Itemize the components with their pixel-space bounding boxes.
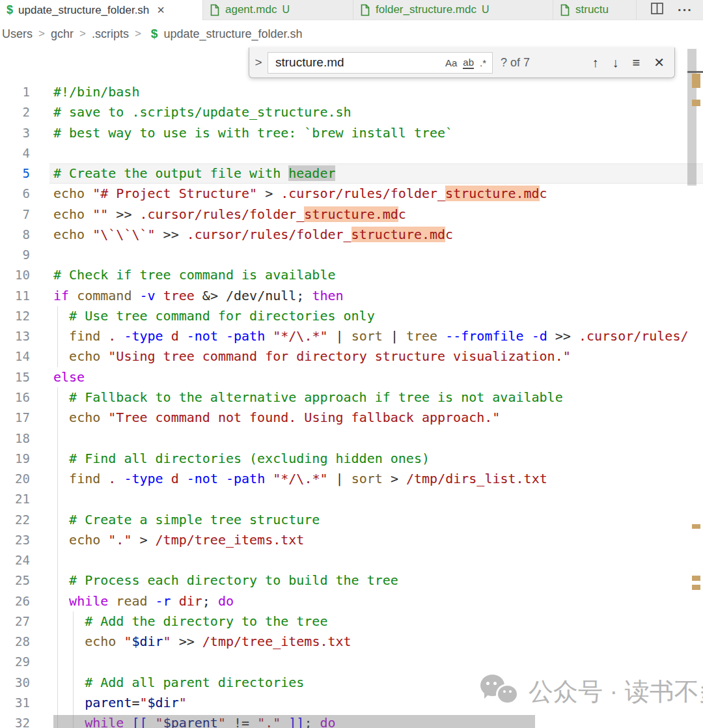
whole-word-button[interactable]: ab: [463, 57, 474, 69]
breadcrumb-item-Users[interactable]: Users: [2, 27, 33, 41]
find-input[interactable]: [268, 55, 445, 70]
code-line: 18: [0, 428, 703, 449]
match-case-button[interactable]: Aa: [445, 57, 457, 68]
code-line-text[interactable]: # Check if tree command is available: [49, 265, 703, 285]
next-match-button[interactable]: ↓: [613, 55, 619, 70]
code-line-text[interactable]: echo "." > /tmp/tree_items.txt: [49, 530, 703, 550]
breadcrumb-file[interactable]: update_structure_folder.sh: [163, 27, 302, 41]
code-line: 23 echo "." > /tmp/tree_items.txt: [0, 530, 703, 550]
code-line-text[interactable]: [49, 143, 703, 163]
code-line-text[interactable]: # Find all directories (excluding hidden…: [49, 449, 703, 469]
code-line-text[interactable]: while read -r dir; do: [49, 591, 703, 611]
code-line-text[interactable]: # best way to use is with tree: `brew in…: [49, 123, 703, 143]
tab-label: structu: [575, 3, 609, 16]
tab-structu[interactable]: structu: [553, 0, 637, 20]
shellscript-icon: $: [151, 27, 158, 41]
code-line-text[interactable]: echo "Tree command not found. Using fall…: [49, 408, 703, 428]
modified-badge: U: [282, 4, 290, 16]
line-number: 14: [0, 346, 30, 367]
code-line-text[interactable]: # Add the directory to the tree: [49, 611, 703, 632]
code-line-text[interactable]: echo "# Project Structure" > .cursor/rul…: [49, 184, 703, 204]
code-line-text[interactable]: # save to .scripts/update_structure.sh: [49, 102, 703, 122]
file-icon: [360, 4, 370, 16]
line-number: 30: [0, 673, 30, 693]
line-number: 13: [0, 326, 30, 346]
code-line: 26 while read -r dir; do: [0, 591, 703, 611]
line-number: 23: [0, 530, 30, 550]
code-line: 14 echo "Using tree command for director…: [0, 346, 703, 367]
code-line: 19 # Find all directories (excluding hid…: [0, 449, 703, 469]
code-line-text[interactable]: # Fallback to the alternative approach i…: [49, 387, 703, 408]
breadcrumb-separator: >: [38, 27, 45, 40]
watermark-text: 公众号 · 读书不多: [529, 675, 703, 708]
more-actions-icon[interactable]: ···: [678, 7, 693, 13]
file-icon: [560, 4, 570, 16]
line-number: 24: [0, 550, 30, 570]
close-find-button[interactable]: ✕: [654, 55, 665, 70]
code-line: 17 echo "Tree command not found. Using f…: [0, 408, 703, 428]
line-number: 26: [0, 591, 30, 611]
breadcrumb-item-gchr[interactable]: gchr: [51, 27, 74, 41]
code-line-text[interactable]: else: [49, 367, 703, 387]
find-match-marker: [692, 585, 700, 590]
find-input-box: Aa ab .*: [268, 52, 493, 74]
line-number: 4: [0, 143, 30, 163]
line-number: 18: [0, 428, 30, 449]
code-line: 28 echo "$dir" >> /tmp/tree_items.txt: [0, 632, 703, 652]
code-line-text[interactable]: [49, 428, 703, 449]
code-line-text[interactable]: # Create a simple tree structure: [49, 510, 703, 530]
code-line: 3# best way to use is with tree: `brew i…: [0, 123, 703, 143]
tab-label: folder_structure.mdc: [376, 3, 476, 16]
code-line-text[interactable]: echo "Using tree command for directory s…: [49, 346, 703, 367]
code-line-text[interactable]: find . -type d -not -path "*/\.*" | sort…: [49, 469, 703, 489]
code-line-text[interactable]: #!/bin/bash: [49, 82, 703, 102]
tab-label: agent.mdc: [225, 3, 277, 16]
line-number: 1: [0, 82, 30, 102]
code-editor[interactable]: 1#!/bin/bash2# save to .scripts/update_s…: [0, 48, 703, 728]
line-number: 15: [0, 367, 30, 387]
tab-update_structure_folder.sh[interactable]: $update_structure_folder.sh×: [0, 0, 203, 20]
find-match-marker: [692, 74, 700, 88]
code-line-text[interactable]: [49, 652, 703, 672]
toggle-replace-button[interactable]: >: [249, 55, 268, 70]
vertical-scrollbar[interactable]: [687, 49, 696, 186]
close-icon[interactable]: ×: [157, 3, 165, 18]
find-results-count: ? of 7: [501, 56, 530, 70]
line-number: 6: [0, 184, 30, 204]
code-line-text[interactable]: [49, 550, 703, 570]
code-line-text[interactable]: echo "" >> .cursor/rules/folder_structur…: [49, 204, 703, 225]
line-number: 22: [0, 510, 30, 530]
code-line: 4: [0, 143, 703, 163]
code-line-text[interactable]: [49, 489, 703, 509]
breadcrumb-item-.scripts[interactable]: .scripts: [92, 27, 129, 41]
modified-badge: U: [482, 4, 489, 16]
line-number: 10: [0, 265, 30, 285]
code-line-text[interactable]: # Create the output file with header: [49, 163, 703, 184]
code-line: 8echo "\`\`\`" >> .cursor/rules/folder_s…: [0, 225, 703, 245]
code-line: 7echo "" >> .cursor/rules/folder_structu…: [0, 204, 703, 225]
code-line-text[interactable]: find . -type d -not -path "*/\.*" | sort…: [49, 326, 703, 346]
editor-actions: ···: [641, 0, 703, 20]
code-line: 9: [0, 245, 703, 265]
indent-guide: [57, 306, 58, 367]
code-line-text[interactable]: [49, 245, 703, 265]
code-line-text[interactable]: echo "$dir" >> /tmp/tree_items.txt: [49, 632, 703, 652]
code-line: 16 # Fallback to the alternative approac…: [0, 387, 703, 408]
horizontal-scrollbar[interactable]: [53, 715, 535, 728]
code-line: 25 # Process each directory to build the…: [0, 570, 703, 591]
tab-agent.mdc[interactable]: agent.mdcU: [203, 0, 353, 20]
regex-button[interactable]: .*: [480, 57, 486, 68]
tab-folder_structure.mdc[interactable]: folder_structure.mdcU: [353, 0, 553, 20]
code-line-text[interactable]: if command -v tree &> /dev/null; then: [49, 286, 703, 306]
line-number: 3: [0, 123, 30, 143]
code-line: 1#!/bin/bash: [0, 82, 703, 102]
find-in-selection-button[interactable]: ≡: [633, 55, 641, 70]
split-editor-icon[interactable]: [651, 3, 663, 17]
code-line-text[interactable]: # Use tree command for directories only: [49, 306, 703, 326]
tab-label: update_structure_folder.sh: [18, 4, 149, 17]
code-line-text[interactable]: # Process each directory to build the tr…: [49, 570, 703, 591]
code-line-text[interactable]: echo "\`\`\`" >> .cursor/rules/folder_st…: [49, 225, 703, 245]
shellscript-icon: $: [7, 3, 13, 17]
previous-match-button[interactable]: ↑: [592, 55, 599, 70]
code-area: 1#!/bin/bash2# save to .scripts/update_s…: [0, 48, 703, 728]
